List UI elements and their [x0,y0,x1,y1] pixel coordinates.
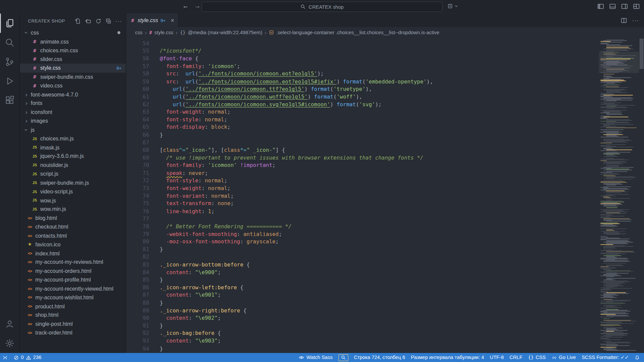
more-actions-icon[interactable]: ··· [115,17,122,24]
code-line-55[interactable]: 55/*iconsfont*/ [126,47,599,55]
tree-item-single-post.html[interactable]: <>single-post.html [20,319,126,328]
tree-item-nouislider.js[interactable]: JSnouislider.js [20,161,126,169]
code-line-63[interactable]: 63 font-weight: normal; [126,108,599,116]
back-button[interactable]: ← [182,2,189,9]
eol-setting[interactable]: CRLF [506,353,525,362]
toggle-sidebar-icon[interactable] [597,3,604,10]
code-line-83[interactable]: 83._icon-arrow-bottom:before { [126,261,599,268]
tree-item-checkout.html[interactable]: <>checkout.html [20,223,126,231]
command-center-search[interactable]: CREATEX shop [202,2,443,12]
code-line-91[interactable]: 91} [126,322,599,329]
tree-item-contacts.html[interactable]: <>contacts.html [20,231,126,240]
tree-item-track-order.html[interactable]: <>track-order.html [20,328,126,337]
tree-item-jquery-3.6.0.min.js[interactable]: JSjquery-3.6.0.min.js [20,152,126,161]
tree-item-shop.html[interactable]: <>shop.html [20,311,126,319]
refresh-button[interactable] [95,17,102,24]
tree-item-style.css[interactable]: #style.css9+ [20,64,126,72]
minimap[interactable] [599,38,639,353]
code-line-93[interactable]: 93 content: "\e903"; [126,337,599,345]
code-line-68[interactable]: 68[class^="_icon-"], [class*=" _icon-"] … [126,146,599,154]
code-line-62[interactable]: 62 url('../fonts/icomoon/icomoon.svg?eo1… [126,101,599,108]
tree-item-js[interactable]: ›js [20,125,126,134]
code-line-84[interactable]: 84 content: "\e900"; [126,268,599,276]
code-line-57[interactable]: 57 font-family: 'icomoon'; [126,62,599,70]
search-indicator-button[interactable] [335,353,351,362]
account-button[interactable] [0,314,19,334]
breadcrumb-folder[interactable]: css [135,29,143,35]
close-icon[interactable]: × [171,17,174,24]
code-line-79[interactable]: 79 -webkit-font-smoothing: antialiased; [126,230,599,238]
code-line-65[interactable]: 65 font-display: block; [126,123,599,131]
code-line-72[interactable]: 72 font-style: normal; [126,177,599,184]
code-line-88[interactable]: 88} [126,299,599,307]
sidebar-item-search[interactable] [0,33,19,52]
tree-item-css[interactable]: ›css [20,28,126,37]
sidebar-item-explorer[interactable] [0,13,19,33]
titlebar-extra-button[interactable] [447,3,458,9]
code-line-81[interactable]: 81} [126,245,599,253]
tree-item-wow.min.js[interactable]: JSwow.min.js [20,205,126,214]
breadcrumb-file[interactable]: style.css [154,29,173,35]
code-line-70[interactable]: 70 font-family: 'icomoon' !important; [126,162,599,169]
code-line-60[interactable]: 60 url('../fonts/icomoon/icomoon.ttf?eo1… [126,85,599,93]
cursor-position[interactable]: Строка 724, столбец 6 [351,353,408,362]
tree-item-index.html[interactable]: <>index.html [20,249,126,258]
code-line-73[interactable]: 73 font-weight: normal; [126,184,599,192]
tree-item-choices.min.js[interactable]: JSchoices.min.js [20,134,126,143]
encoding-setting[interactable]: UTF-8 [487,353,507,362]
scrollbar-thumb[interactable] [640,39,644,69]
split-editor-icon[interactable] [621,17,627,24]
tree-item-my-account-profile.html[interactable]: <>my-account-profile.html [20,276,126,284]
tree-item-video.css[interactable]: #video.css [20,81,126,90]
breadcrumb[interactable]: css › # style.css › {} @media (max-width… [126,27,644,38]
tree-item-my-account-wishlist.html[interactable]: <>my-account-wishlist.html [20,293,126,302]
code-line-54[interactable]: 54 [126,40,599,47]
code-line-61[interactable]: 61 url('../fonts/icomoon/icomoon.woff?eo… [126,93,599,101]
code-line-78[interactable]: 78 /* Better Font Rendering =========== … [126,223,599,230]
sidebar-item-run-debug[interactable] [0,71,19,91]
tree-item-iconsfont[interactable]: ›iconsfont [20,108,126,116]
sidebar-item-source-control[interactable] [0,52,19,72]
tree-item-favicon.ico[interactable]: ★favicon.ico [20,240,126,249]
collapse-all-button[interactable] [105,17,112,24]
code-line-59[interactable]: 59 src: url('../fonts/icomoon/icomoon.eo… [126,77,599,85]
watch-sass-button[interactable]: Watch Sass [296,353,335,362]
remote-button[interactable] [0,353,11,362]
tree-item-script.js[interactable]: JSscript.js [20,170,126,178]
code-line-66[interactable]: 66} [126,131,599,139]
tree-item-imask.js[interactable]: JSimask.js [20,143,126,152]
code-line-82[interactable]: 82 [126,253,599,261]
code-line-71[interactable]: 71 speak: never; [126,169,599,177]
code-line-90[interactable]: 90 content: "\e902"; [126,314,599,322]
toggle-panel-icon[interactable] [609,3,616,10]
tree-item-product.html[interactable]: <>product.html [20,302,126,311]
code-line-89[interactable]: 89._icon-arrow-right:before { [126,306,599,314]
tree-item-animate.css[interactable]: #animate.css [20,37,126,46]
tree-item-video-script.js[interactable]: JSvideo-script.js [20,187,126,196]
tree-item-fonts[interactable]: ›fonts [20,99,126,108]
code-line-75[interactable]: 75 text-transform: none; [126,200,599,207]
tab-style.css[interactable]: # style.css 9+ × [126,13,179,27]
sidebar-item-extensions[interactable] [0,91,19,110]
tree-item-choices.min.css[interactable]: #choices.min.css [20,46,126,55]
code-line-56[interactable]: 56@font-face { [126,55,599,62]
code-line-87[interactable]: 87 content: "\e901"; [126,291,599,299]
code-line-64[interactable]: 64 font-style: normal; [126,116,599,123]
code-line-80[interactable]: 80 -moz-osx-font-smoothing: grayscale; [126,238,599,246]
tree-item-swiper-bundle.min.css[interactable]: #swiper-bundle.min.css [20,72,126,81]
code-line-76[interactable]: 76 line-height: 1; [126,207,599,215]
breadcrumb-rule[interactable]: .select-language-container .choices__lis… [276,29,439,35]
tree-item-swiper-bundle.min.js[interactable]: JSswiper-bundle.min.js [20,178,126,187]
tree-item-slider.css[interactable]: #slider.css [20,55,126,63]
problems-button[interactable]: 0 236 [11,353,44,362]
indentation-setting[interactable]: Размер интервала табуляции: 4 [408,353,487,362]
tree-item-my-account-my-reviews.html[interactable]: <>my-account-my-reviews.html [20,258,126,266]
tree-item-my-account-orders.html[interactable]: <>my-account-orders.html [20,266,126,275]
tree-item-wow.js[interactable]: JSwow.js [20,196,126,205]
toggle-secondary-sidebar-icon[interactable] [621,3,628,10]
code-lines[interactable]: 5455/*iconsfont*/56@font-face {57 font-f… [126,38,599,353]
code-line-86[interactable]: 86._icon-arrow-left:before { [126,284,599,291]
tree-item-my-account-recently-viewed.html[interactable]: <>my-account-recently-viewed.html [20,284,126,293]
code-line-74[interactable]: 74 font-variant: normal; [126,192,599,200]
tree-item-font-awesome-4.7.0[interactable]: ›font-awesome-4.7.0 [20,90,126,99]
